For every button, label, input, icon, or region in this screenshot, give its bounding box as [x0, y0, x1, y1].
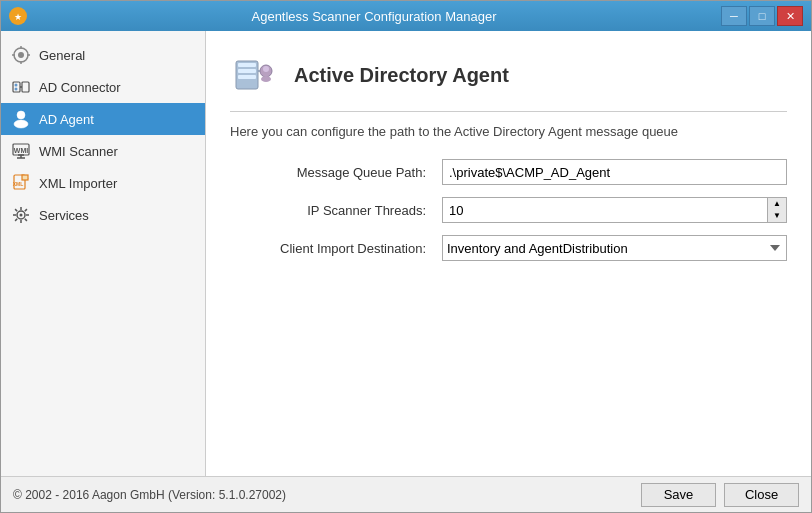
footer-copyright: © 2002 - 2016 Aagon GmbH (Version: 5.1.0… — [13, 488, 286, 502]
main-window: ★ Agentless Scanner Configuration Manage… — [0, 0, 812, 513]
svg-rect-37 — [238, 75, 256, 79]
wmi-icon: WMI — [11, 141, 31, 161]
page-description: Here you can configure the path to the A… — [230, 124, 787, 139]
svg-point-12 — [15, 88, 18, 91]
ip-scanner-threads-input[interactable] — [442, 197, 767, 223]
sidebar-item-general[interactable]: General — [1, 39, 205, 71]
page-header-icon — [230, 51, 278, 99]
svg-rect-35 — [238, 63, 256, 67]
sidebar-item-wmi-scanner-label: WMI Scanner — [39, 144, 118, 159]
svg-point-11 — [15, 84, 18, 87]
sidebar-item-ad-agent[interactable]: AD Agent — [1, 103, 205, 135]
sidebar-item-ad-agent-label: AD Agent — [39, 112, 94, 127]
page-title: Active Directory Agent — [294, 64, 509, 87]
sidebar-item-ad-connector-label: AD Connector — [39, 80, 121, 95]
sidebar-item-xml-importer[interactable]: XML XML Importer — [1, 167, 205, 199]
footer: © 2002 - 2016 Aagon GmbH (Version: 5.1.0… — [1, 476, 811, 512]
client-import-destination-select[interactable]: Inventory and AgentDistribution Inventor… — [442, 235, 787, 261]
client-import-destination-label: Client Import Destination: — [230, 241, 430, 256]
sidebar-item-wmi-scanner[interactable]: WMI WMI Scanner — [1, 135, 205, 167]
svg-line-33 — [15, 219, 17, 221]
svg-rect-36 — [238, 69, 256, 73]
connector-icon — [11, 77, 31, 97]
app-icon: ★ — [9, 7, 27, 25]
window-close-button[interactable]: ✕ — [777, 6, 803, 26]
svg-text:XML: XML — [13, 181, 24, 187]
title-bar-buttons: ─ □ ✕ — [721, 6, 803, 26]
svg-point-40 — [261, 76, 271, 82]
svg-line-30 — [15, 209, 17, 211]
message-queue-path-label: Message Queue Path: — [230, 165, 430, 180]
sidebar-item-general-label: General — [39, 48, 85, 63]
footer-buttons: Save Close — [641, 483, 799, 507]
sidebar-item-ad-connector[interactable]: AD Connector — [1, 71, 205, 103]
xml-icon: XML — [11, 173, 31, 193]
svg-text:★: ★ — [14, 12, 22, 22]
ip-scanner-threads-container: ▲ ▼ — [442, 197, 787, 223]
minimize-button[interactable]: ─ — [721, 6, 747, 26]
svg-point-39 — [263, 66, 269, 72]
svg-point-13 — [17, 111, 25, 119]
content-area: Active Directory Agent Here you can conf… — [206, 31, 811, 476]
svg-text:WMI: WMI — [14, 147, 28, 154]
sidebar: General AD Connector — [1, 31, 206, 476]
svg-rect-8 — [13, 82, 20, 92]
services-icon — [11, 205, 31, 225]
svg-point-14 — [14, 120, 28, 128]
spinner-down-button[interactable]: ▼ — [768, 210, 786, 222]
sidebar-item-xml-importer-label: XML Importer — [39, 176, 117, 191]
page-header: Active Directory Agent — [230, 51, 787, 112]
save-button[interactable]: Save — [641, 483, 716, 507]
spinner-up-button[interactable]: ▲ — [768, 198, 786, 210]
svg-rect-9 — [22, 82, 29, 92]
window-title: Agentless Scanner Configuration Manager — [27, 9, 721, 24]
main-content: General AD Connector — [1, 31, 811, 476]
ip-scanner-threads-label: IP Scanner Threads: — [230, 203, 430, 218]
spinner-buttons: ▲ ▼ — [767, 197, 787, 223]
svg-rect-22 — [22, 175, 28, 180]
svg-point-3 — [18, 52, 24, 58]
svg-line-31 — [25, 219, 27, 221]
svg-point-25 — [20, 214, 23, 217]
close-button[interactable]: Close — [724, 483, 799, 507]
general-icon — [11, 45, 31, 65]
message-queue-path-input[interactable] — [442, 159, 787, 185]
sidebar-item-services-label: Services — [39, 208, 89, 223]
sidebar-item-services[interactable]: Services — [1, 199, 205, 231]
svg-line-32 — [25, 209, 27, 211]
agent-icon — [11, 109, 31, 129]
title-bar: ★ Agentless Scanner Configuration Manage… — [1, 1, 811, 31]
maximize-button[interactable]: □ — [749, 6, 775, 26]
form-grid: Message Queue Path: IP Scanner Threads: … — [230, 159, 787, 261]
